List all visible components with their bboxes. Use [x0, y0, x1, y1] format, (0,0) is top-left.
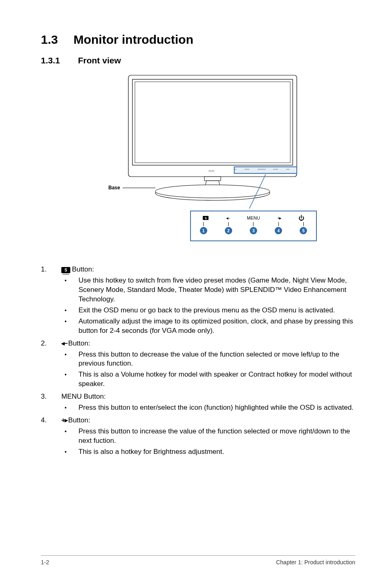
plus-right-icon — [278, 215, 281, 221]
monitor-illustration: /SUS — [127, 74, 298, 209]
callout-number-5: 5 — [300, 227, 307, 234]
button-callout-panel: S MENU ⏻ 1 2 3 4 5 — [190, 211, 317, 241]
callout-icons-row: S MENU ⏻ — [191, 211, 316, 222]
bullet-icon: • — [61, 370, 78, 389]
button-strip-highlight — [234, 166, 297, 174]
subsection-number: 1.3.1 — [41, 56, 60, 65]
bullet-item: • Press this button to decrease the valu… — [61, 350, 355, 369]
item-label-text: Button: — [72, 265, 94, 274]
item-number: 3. — [41, 392, 61, 402]
tick-icon — [253, 222, 253, 226]
tick-icon — [228, 222, 229, 226]
plus-right-icon — [61, 416, 67, 425]
bullet-icon: • — [61, 403, 78, 413]
bullet-item: • This is also a hotkey for Brightness a… — [61, 447, 355, 457]
left-minus-icon — [226, 215, 229, 221]
base-leader-line — [123, 188, 155, 188]
subsection-title: Front view — [78, 56, 121, 65]
tick-icon — [303, 222, 304, 226]
base-label: Base — [108, 185, 120, 191]
tick-icon — [278, 222, 279, 226]
list-item: 2. Button: — [41, 339, 355, 348]
callout-ticks — [191, 222, 316, 227]
bullet-icon: • — [61, 317, 78, 336]
page-number: 1-2 — [41, 559, 49, 566]
item-label-text: MENU Button: — [61, 392, 106, 402]
callout-number-4: 4 — [275, 227, 282, 234]
s-icon: S — [61, 267, 70, 273]
bullet-icon: • — [61, 276, 78, 304]
callout-number-2: 2 — [225, 227, 232, 234]
bullet-icon: • — [61, 350, 78, 369]
bullet-icon: • — [61, 427, 78, 446]
item-label-text: Button: — [68, 339, 90, 348]
bullet-text: Automatically adjust the image to its op… — [78, 317, 355, 336]
callout-number-1: 1 — [200, 227, 207, 234]
section-title: Monitor introduction — [74, 33, 193, 47]
callout-numbers: 1 2 3 4 5 — [191, 227, 316, 236]
list-item: 1. S Button: — [41, 265, 355, 274]
bullet-text: Press this button to enter/select the ic… — [78, 403, 355, 413]
bullet-text: Use this hotkey to switch from five vide… — [78, 276, 355, 304]
left-minus-icon — [61, 339, 67, 348]
bullet-icon: • — [61, 447, 78, 457]
section-number: 1.3 — [41, 33, 58, 47]
svg-rect-9 — [204, 177, 221, 181]
item-number: 4. — [41, 416, 61, 425]
list-item: 4. Button: — [41, 416, 355, 425]
monitor-figure: /SUS Base S MENU ⏻ — [74, 74, 323, 258]
bullet-item: • Press this button to increase the valu… — [61, 427, 355, 446]
bullet-item: • Automatically adjust the image to its … — [61, 317, 355, 336]
svg-rect-2 — [135, 82, 290, 163]
item-label: Button: — [61, 416, 90, 425]
bullet-text: Exit the OSD menu or go back to the prev… — [78, 306, 355, 315]
svg-point-11 — [155, 185, 270, 198]
chapter-label: Chapter 1: Product introduction — [276, 559, 355, 566]
bullet-item: • Use this hotkey to switch from five vi… — [61, 276, 355, 304]
tick-icon — [203, 222, 204, 226]
callout-number-3: 3 — [250, 227, 257, 234]
power-icon: ⏻ — [298, 215, 304, 221]
subsection-heading: 1.3.1 Front view — [41, 56, 355, 65]
bullet-item: • Press this button to enter/select the … — [61, 403, 355, 413]
section-heading: 1.3 Monitor introduction — [41, 33, 355, 47]
svg-text:/SUS: /SUS — [208, 170, 214, 172]
list-item: 3. MENU Button: — [41, 392, 355, 402]
bullet-item: • Exit the OSD menu or go back to the pr… — [61, 306, 355, 315]
item-label: S Button: — [61, 265, 94, 274]
page-footer: 1-2 Chapter 1: Product introduction — [41, 555, 355, 566]
bullet-item: • This is also a Volume hotkey for model… — [61, 370, 355, 389]
bullet-text: This is also a Volume hotkey for model w… — [78, 370, 355, 389]
item-label: Button: — [61, 339, 90, 348]
bullet-text: Press this button to decrease the value … — [78, 350, 355, 369]
item-label-text: Button: — [68, 416, 90, 425]
item-label: MENU Button: — [61, 392, 106, 402]
item-number: 1. — [41, 265, 61, 274]
bullet-icon: • — [61, 306, 78, 315]
item-number: 2. — [41, 339, 61, 348]
s-icon: S — [203, 216, 208, 220]
menu-label: MENU — [247, 215, 260, 220]
bullet-text: This is also a hotkey for Brightness adj… — [78, 447, 355, 457]
bullet-text: Press this button to increase the value … — [78, 427, 355, 446]
button-description-list: 1. S Button: • Use this hotkey to switch… — [41, 265, 355, 457]
